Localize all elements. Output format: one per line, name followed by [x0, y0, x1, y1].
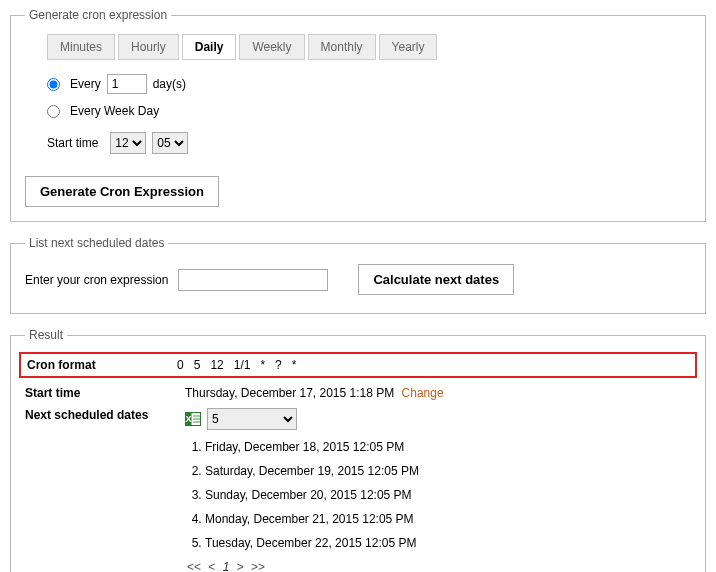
every-weekday-radio[interactable] — [47, 105, 60, 118]
tab-yearly[interactable]: Yearly — [379, 34, 438, 60]
start-time-label: Start time — [47, 136, 98, 150]
list-item: Sunday, December 20, 2015 12:05 PM — [205, 488, 419, 502]
next-dates-row: Next scheduled dates X 5 Friday, Decembe… — [25, 408, 691, 572]
cron-format-label: Cron format — [27, 358, 177, 372]
dates-count-select[interactable]: 5 — [207, 408, 297, 430]
enter-cron-label: Enter your cron expression — [25, 273, 168, 287]
list-item: Tuesday, December 22, 2015 12:05 PM — [205, 536, 419, 550]
pager-prev[interactable]: < — [208, 560, 215, 572]
generate-button[interactable]: Generate Cron Expression — [25, 176, 219, 207]
cron-format-row: Cron format 05121/1*?* — [19, 352, 697, 378]
tab-daily[interactable]: Daily — [182, 34, 237, 60]
cron-part: 5 — [194, 358, 201, 372]
start-time-row: Start time 12 05 — [47, 132, 691, 154]
list-legend: List next scheduled dates — [25, 236, 168, 250]
every-days-radio[interactable] — [47, 78, 60, 91]
svg-text:X: X — [185, 414, 191, 424]
every-days-row: Every day(s) — [47, 74, 691, 94]
cron-input[interactable] — [178, 269, 328, 291]
every-weekday-row: Every Week Day — [47, 104, 691, 118]
list-item: Friday, December 18, 2015 12:05 PM — [205, 440, 419, 454]
weekday-label: Every Week Day — [70, 104, 159, 118]
list-item: Monday, December 21, 2015 12:05 PM — [205, 512, 419, 526]
generate-fieldset: Generate cron expression MinutesHourlyDa… — [10, 8, 706, 222]
minute-select[interactable]: 05 — [152, 132, 188, 154]
cron-part: 1/1 — [234, 358, 251, 372]
pager-first[interactable]: << — [187, 560, 201, 572]
generate-legend: Generate cron expression — [25, 8, 171, 22]
result-start-time-value: Thursday, December 17, 2015 1:18 PM — [185, 386, 394, 400]
tab-weekly[interactable]: Weekly — [239, 34, 304, 60]
change-link[interactable]: Change — [402, 386, 444, 400]
tab-hourly[interactable]: Hourly — [118, 34, 179, 60]
tab-minutes[interactable]: Minutes — [47, 34, 115, 60]
cron-part: 0 — [177, 358, 184, 372]
tab-monthly[interactable]: Monthly — [308, 34, 376, 60]
pager-next[interactable]: > — [237, 560, 244, 572]
every-suffix-label: day(s) — [153, 77, 186, 91]
cron-part: 12 — [210, 358, 223, 372]
list-fieldset: List next scheduled dates Enter your cro… — [10, 236, 706, 314]
pager-last[interactable]: >> — [251, 560, 265, 572]
dates-list: Friday, December 18, 2015 12:05 PMSaturd… — [185, 440, 419, 550]
tabs: MinutesHourlyDailyWeeklyMonthlyYearly — [47, 34, 691, 60]
result-fieldset: Result Cron format 05121/1*?* Start time… — [10, 328, 706, 572]
result-legend: Result — [25, 328, 67, 342]
list-item: Saturday, December 19, 2015 12:05 PM — [205, 464, 419, 478]
pager-current: 1 — [223, 560, 230, 572]
cron-parts: 05121/1*?* — [177, 358, 296, 372]
cron-part: * — [292, 358, 297, 372]
next-dates-label: Next scheduled dates — [25, 408, 175, 422]
hour-select[interactable]: 12 — [110, 132, 146, 154]
calc-button[interactable]: Calculate next dates — [358, 264, 514, 295]
pager: << < 1 > >> — [185, 560, 419, 572]
every-prefix-label: Every — [70, 77, 101, 91]
excel-icon[interactable]: X — [185, 411, 201, 427]
cron-part: * — [260, 358, 265, 372]
cron-part: ? — [275, 358, 282, 372]
result-start-time-label: Start time — [25, 386, 175, 400]
result-start-time-row: Start time Thursday, December 17, 2015 1… — [25, 386, 691, 400]
days-input[interactable] — [107, 74, 147, 94]
